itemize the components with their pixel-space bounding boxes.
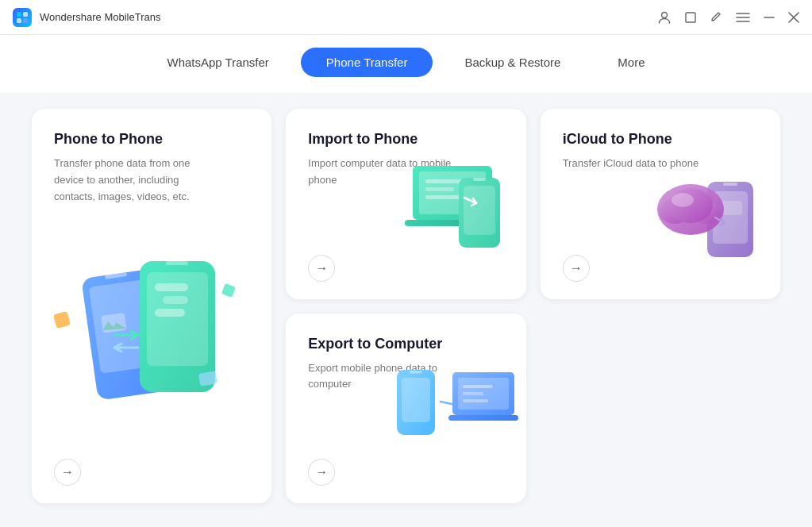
- svg-rect-30: [425, 195, 460, 199]
- card-icloud-title: iCloud to Phone: [563, 131, 758, 148]
- app-icon: [13, 8, 32, 27]
- titlebar: Wondershare MobileTrans: [0, 0, 812, 35]
- svg-rect-44: [402, 378, 430, 422]
- svg-rect-20: [163, 296, 188, 304]
- card-import-arrow[interactable]: →: [308, 255, 335, 282]
- svg-rect-51: [463, 399, 488, 402]
- card-import-to-phone[interactable]: Import to Phone Import computer data to …: [286, 109, 525, 299]
- svg-point-41: [668, 188, 713, 223]
- svg-rect-50: [463, 392, 483, 395]
- svg-rect-18: [166, 261, 188, 265]
- tab-backup[interactable]: Backup & Restore: [439, 48, 586, 77]
- minimize-icon[interactable]: [763, 11, 775, 24]
- svg-rect-36: [723, 183, 737, 186]
- user-icon[interactable]: [657, 10, 672, 25]
- square-icon[interactable]: [684, 11, 697, 24]
- card-icloud-to-phone[interactable]: iCloud to Phone Transfer iCloud data to …: [541, 109, 780, 299]
- main-content: Phone to Phone Transfer phone data from …: [0, 93, 812, 527]
- titlebar-left: Wondershare MobileTrans: [13, 8, 160, 27]
- tab-phone[interactable]: Phone Transfer: [301, 48, 433, 77]
- nav-bar: WhatsApp Transfer Phone Transfer Backup …: [0, 35, 812, 93]
- card-export-arrow[interactable]: →: [308, 459, 335, 486]
- svg-point-4: [662, 12, 668, 17]
- svg-point-42: [672, 193, 694, 207]
- card-import-title: Import to Phone: [308, 131, 503, 148]
- card-phone-to-phone-title: Phone to Phone: [54, 131, 249, 148]
- svg-rect-48: [448, 415, 518, 421]
- svg-rect-33: [473, 178, 486, 181]
- titlebar-controls: [657, 10, 799, 25]
- card-export-title: Export to Computer: [308, 336, 503, 352]
- card-phone-to-phone-arrow[interactable]: →: [54, 459, 81, 486]
- card-phone-to-phone-desc: Transfer phone data from one device to a…: [54, 156, 197, 205]
- svg-rect-32: [464, 186, 495, 235]
- edit-icon[interactable]: [710, 10, 723, 24]
- svg-rect-2: [17, 18, 21, 23]
- svg-rect-49: [463, 385, 493, 388]
- svg-rect-19: [155, 283, 188, 291]
- close-icon[interactable]: [788, 12, 799, 23]
- menu-icon[interactable]: [736, 12, 750, 23]
- svg-rect-15: [101, 313, 127, 333]
- card-phone-to-phone[interactable]: Phone to Phone Transfer phone data from …: [32, 109, 271, 503]
- card-icloud-arrow[interactable]: →: [563, 255, 590, 282]
- svg-rect-5: [686, 13, 695, 22]
- svg-rect-45: [410, 371, 422, 374]
- svg-rect-3: [23, 18, 28, 23]
- svg-rect-23: [221, 283, 236, 298]
- app-title: Wondershare MobileTrans: [40, 11, 160, 23]
- tab-more[interactable]: More: [592, 48, 670, 77]
- svg-rect-29: [425, 187, 454, 191]
- svg-rect-22: [53, 311, 71, 329]
- svg-rect-1: [23, 12, 28, 17]
- svg-rect-0: [17, 12, 21, 17]
- tab-whatsapp[interactable]: WhatsApp Transfer: [141, 48, 294, 77]
- svg-rect-21: [155, 309, 185, 317]
- card-export-to-computer[interactable]: Export to Computer Export mobile phone d…: [286, 314, 525, 504]
